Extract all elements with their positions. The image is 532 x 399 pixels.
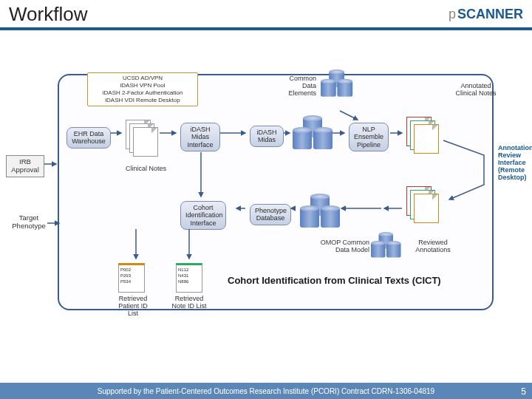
node-midas: iDASH Midas (250, 126, 284, 147)
label-retr-notes: Retrieved Note ID List (168, 296, 210, 310)
node-nlp: NLP Ensemble Pipeline (349, 123, 389, 151)
workflow-enclosure: UCSD AD/VPN iDASH VPN Pool iDASH 2-Facto… (58, 74, 494, 310)
auth-box: UCSD AD/VPN iDASH VPN Pool iDASH 2-Facto… (87, 72, 198, 106)
label-annotation-review: Annotation Review Interface (Remote Desk… (498, 145, 532, 181)
label-cde: Common Data Elements (279, 75, 316, 98)
cict-title: Cohort Identification from Clinical Text… (228, 275, 441, 286)
label-omop: OMOP Common Data Model (310, 239, 369, 254)
page-number: 5 (521, 386, 526, 397)
node-cohort-interface: Cohort Identification Interface (180, 201, 226, 230)
label-irb: IRB Approval (6, 155, 44, 177)
note-id-card: N112 N431 N886 (176, 263, 202, 293)
label-target-phenotype: Target Phenotype (9, 214, 49, 231)
label-clinical-notes: Clinical Notes (126, 166, 166, 173)
patient-id-card: P002 P293 P534 (118, 263, 145, 293)
label-retr-patients: Retrieved Patient ID List (112, 296, 154, 318)
diagram-canvas: UCSD AD/VPN iDASH VPN Pool iDASH 2-Facto… (0, 37, 532, 380)
page-title: Workflow (9, 3, 87, 26)
logo: p SCANNER (449, 7, 523, 22)
node-phenotype-db: Phenotype Database (250, 204, 291, 225)
label-reviewed-annotations: Reviewed Annotations (412, 239, 454, 254)
node-midas-interface: iDASH Midas Interface (180, 123, 220, 151)
header: Workflow p SCANNER (0, 0, 532, 30)
node-ehr: EHR Data Warehouse (66, 127, 111, 149)
label-annotated-notes: Annotated Clinical Notes (455, 83, 497, 98)
footer: Supported by the Patient-Centered Outcom… (0, 383, 532, 399)
